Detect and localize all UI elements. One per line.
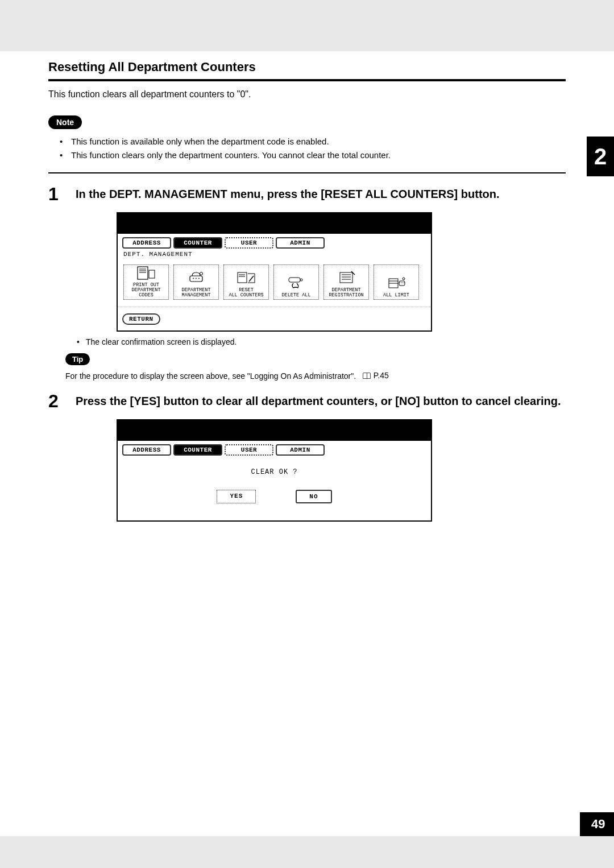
svg-point-7 bbox=[200, 272, 203, 275]
svg-rect-0 bbox=[138, 267, 148, 279]
return-button[interactable]: RETURN bbox=[122, 313, 160, 325]
device-screen-dept-management: ADDRESS COUNTER USER ADMIN DEPT. MANAGEM… bbox=[117, 212, 432, 332]
tab-user[interactable]: USER bbox=[225, 237, 273, 249]
book-icon bbox=[363, 373, 371, 379]
page-content: 2 Resetting All Department Counters This… bbox=[0, 51, 614, 836]
reset-icon bbox=[235, 269, 258, 286]
print-out-dept-codes-button[interactable]: PRINT OUT DEPARTMENT CODES bbox=[123, 264, 169, 300]
confirm-prompt: CLEAR OK ? bbox=[118, 468, 431, 476]
step-1: 1 In the DEPT. MANAGEMENT menu, press th… bbox=[48, 185, 566, 203]
result-item: The clear confirmation screen is display… bbox=[77, 337, 566, 346]
svg-point-22 bbox=[403, 278, 405, 280]
yes-button[interactable]: YES bbox=[217, 490, 256, 503]
button-label: DEPARTMENT MANAGEMENT bbox=[181, 288, 210, 298]
document-icon bbox=[135, 265, 157, 281]
page-number: 49 bbox=[580, 812, 614, 836]
note-item: This function is available only when the… bbox=[60, 135, 566, 148]
note-item: This function clears only the department… bbox=[60, 148, 566, 162]
divider bbox=[48, 79, 566, 81]
tab-admin[interactable]: ADMIN bbox=[276, 237, 325, 249]
tip-badge: Tip bbox=[65, 353, 90, 365]
tab-address[interactable]: ADDRESS bbox=[122, 444, 171, 456]
button-label: DEPARTMENT REGISTRATION bbox=[329, 288, 363, 298]
badge-icon: *** bbox=[185, 269, 208, 286]
note-badge: Note bbox=[48, 115, 82, 129]
tab-counter[interactable]: COUNTER bbox=[173, 237, 222, 249]
button-label: DELETE ALL bbox=[281, 293, 310, 298]
svg-rect-4 bbox=[149, 270, 155, 278]
step-2: 2 Press the [YES] button to clear all de… bbox=[48, 392, 566, 410]
svg-text:***: *** bbox=[399, 282, 405, 286]
step-number: 1 bbox=[48, 185, 76, 203]
no-button[interactable]: NO bbox=[296, 490, 331, 503]
note-list: This function is available only when the… bbox=[48, 135, 566, 162]
department-registration-button[interactable]: DEPARTMENT REGISTRATION bbox=[323, 264, 369, 300]
device-screen-confirm: ADDRESS COUNTER USER ADMIN CLEAR OK ? YE… bbox=[117, 419, 432, 522]
reset-all-counters-button[interactable]: RESET ALL COUNTERS bbox=[223, 264, 269, 300]
svg-rect-11 bbox=[289, 278, 300, 282]
result-list: The clear confirmation screen is display… bbox=[48, 337, 566, 346]
tab-address[interactable]: ADDRESS bbox=[122, 237, 171, 249]
department-management-button[interactable]: *** DEPARTMENT MANAGEMENT bbox=[173, 264, 219, 300]
tab-user[interactable]: USER bbox=[225, 444, 273, 456]
tip-text: For the procedure to display the screen … bbox=[65, 371, 566, 381]
limit-icon: *** bbox=[385, 274, 408, 291]
section-heading: Resetting All Department Counters bbox=[48, 51, 566, 79]
intro-paragraph: This function clears all department coun… bbox=[48, 89, 566, 100]
all-limit-button[interactable]: *** ALL LIMIT bbox=[374, 264, 419, 300]
step-number: 2 bbox=[48, 392, 76, 410]
delete-all-button[interactable]: DELETE ALL bbox=[273, 264, 319, 300]
button-label: RESET ALL COUNTERS bbox=[229, 288, 263, 298]
tab-counter[interactable]: COUNTER bbox=[173, 444, 222, 456]
page-reference: P.45 bbox=[363, 371, 389, 380]
svg-rect-13 bbox=[340, 272, 352, 283]
breadcrumb: DEPT. MANAGEMENT bbox=[118, 250, 431, 261]
tab-admin[interactable]: ADMIN bbox=[276, 444, 325, 456]
svg-rect-8 bbox=[238, 272, 247, 283]
button-label: ALL LIMIT bbox=[383, 293, 409, 298]
register-icon bbox=[335, 269, 358, 286]
button-label: PRINT OUT DEPARTMENT CODES bbox=[124, 283, 168, 298]
step-instruction: In the DEPT. MANAGEMENT menu, press the … bbox=[76, 185, 500, 203]
delete-icon bbox=[285, 274, 308, 291]
divider bbox=[48, 172, 566, 173]
svg-text:***: *** bbox=[192, 276, 200, 282]
chapter-tab: 2 bbox=[587, 137, 614, 176]
step-instruction: Press the [YES] button to clear all depa… bbox=[76, 392, 561, 410]
svg-point-12 bbox=[300, 279, 302, 281]
